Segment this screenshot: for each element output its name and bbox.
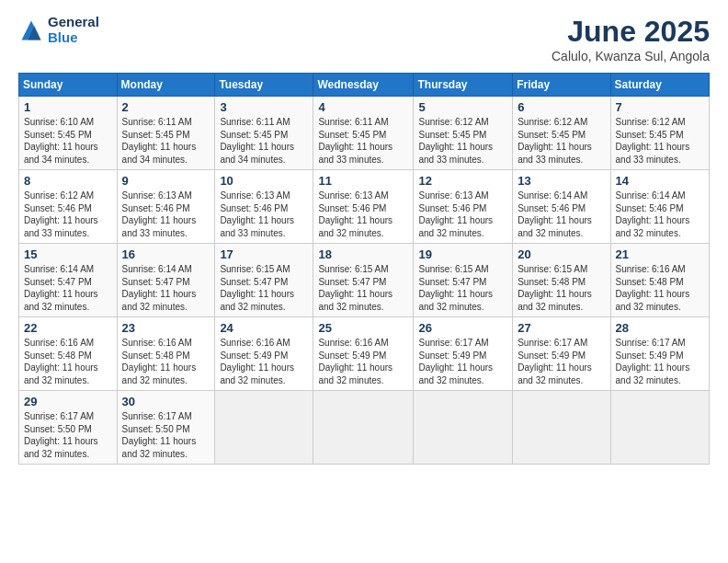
table-row: 25Sunrise: 6:16 AM Sunset: 5:49 PM Dayli… (313, 317, 414, 391)
day-info: Sunrise: 6:10 AM Sunset: 5:45 PM Dayligh… (24, 116, 112, 166)
logo-text: General Blue (48, 15, 99, 45)
page: General Blue June 2025 Calulo, Kwanza Su… (0, 0, 728, 563)
col-monday: Monday (117, 74, 215, 97)
day-info: Sunrise: 6:15 AM Sunset: 5:48 PM Dayligh… (518, 263, 605, 313)
day-number: 13 (518, 174, 605, 188)
table-row: 29Sunrise: 6:17 AM Sunset: 5:50 PM Dayli… (19, 391, 118, 465)
day-info: Sunrise: 6:14 AM Sunset: 5:46 PM Dayligh… (616, 190, 704, 239)
logo-icon (18, 17, 44, 43)
day-info: Sunrise: 6:11 AM Sunset: 5:45 PM Dayligh… (220, 116, 308, 166)
day-info: Sunrise: 6:12 AM Sunset: 5:45 PM Dayligh… (616, 116, 704, 166)
day-info: Sunrise: 6:12 AM Sunset: 5:46 PM Dayligh… (24, 190, 112, 239)
day-number: 21 (616, 247, 704, 261)
day-number: 2 (122, 100, 210, 114)
table-row: 20Sunrise: 6:15 AM Sunset: 5:48 PM Dayli… (513, 244, 610, 317)
header: General Blue June 2025 Calulo, Kwanza Su… (18, 15, 710, 63)
day-number: 24 (220, 321, 308, 335)
calendar-subtitle: Calulo, Kwanza Sul, Angola (552, 49, 710, 63)
calendar-title: June 2025 (552, 15, 710, 49)
col-saturday: Saturday (610, 74, 709, 97)
title-area: June 2025 Calulo, Kwanza Sul, Angola (552, 15, 710, 63)
day-info: Sunrise: 6:12 AM Sunset: 5:45 PM Dayligh… (518, 116, 605, 166)
day-number: 10 (220, 174, 308, 188)
day-number: 23 (122, 321, 210, 335)
day-info: Sunrise: 6:14 AM Sunset: 5:46 PM Dayligh… (518, 190, 605, 239)
table-row: 10Sunrise: 6:13 AM Sunset: 5:46 PM Dayli… (215, 170, 313, 244)
day-number: 6 (518, 100, 605, 114)
day-info: Sunrise: 6:17 AM Sunset: 5:50 PM Dayligh… (24, 410, 112, 460)
table-row: 2Sunrise: 6:11 AM Sunset: 5:45 PM Daylig… (117, 97, 215, 170)
day-info: Sunrise: 6:13 AM Sunset: 5:46 PM Dayligh… (318, 190, 408, 239)
calendar-week-3: 15Sunrise: 6:14 AM Sunset: 5:47 PM Dayli… (19, 244, 710, 317)
day-number: 15 (24, 247, 112, 261)
day-number: 4 (318, 100, 408, 114)
calendar-table: Sunday Monday Tuesday Wednesday Thursday… (18, 73, 710, 465)
table-row: 7Sunrise: 6:12 AM Sunset: 5:45 PM Daylig… (610, 97, 709, 170)
table-row: 4Sunrise: 6:11 AM Sunset: 5:45 PM Daylig… (313, 97, 414, 170)
day-info: Sunrise: 6:16 AM Sunset: 5:49 PM Dayligh… (318, 337, 408, 386)
day-number: 26 (418, 321, 507, 335)
day-info: Sunrise: 6:14 AM Sunset: 5:47 PM Dayligh… (122, 263, 210, 313)
day-number: 14 (616, 174, 704, 188)
day-number: 22 (24, 321, 112, 335)
day-info: Sunrise: 6:17 AM Sunset: 5:49 PM Dayligh… (418, 337, 507, 386)
table-row: 26Sunrise: 6:17 AM Sunset: 5:49 PM Dayli… (414, 317, 513, 391)
day-number: 3 (220, 100, 308, 114)
day-number: 27 (518, 321, 605, 335)
col-sunday: Sunday (19, 74, 118, 97)
table-row (313, 391, 414, 465)
day-info: Sunrise: 6:16 AM Sunset: 5:48 PM Dayligh… (122, 337, 210, 386)
day-number: 7 (616, 100, 704, 114)
table-row: 3Sunrise: 6:11 AM Sunset: 5:45 PM Daylig… (215, 97, 313, 170)
calendar-week-4: 22Sunrise: 6:16 AM Sunset: 5:48 PM Dayli… (19, 317, 710, 391)
table-row: 6Sunrise: 6:12 AM Sunset: 5:45 PM Daylig… (513, 97, 610, 170)
day-number: 29 (24, 395, 112, 408)
table-row: 19Sunrise: 6:15 AM Sunset: 5:47 PM Dayli… (414, 244, 513, 317)
table-row: 5Sunrise: 6:12 AM Sunset: 5:45 PM Daylig… (414, 97, 513, 170)
table-row: 1Sunrise: 6:10 AM Sunset: 5:45 PM Daylig… (19, 97, 118, 170)
day-info: Sunrise: 6:17 AM Sunset: 5:50 PM Dayligh… (122, 410, 210, 460)
day-info: Sunrise: 6:15 AM Sunset: 5:47 PM Dayligh… (318, 263, 408, 313)
day-number: 11 (318, 174, 408, 188)
day-info: Sunrise: 6:17 AM Sunset: 5:49 PM Dayligh… (616, 337, 704, 386)
table-row: 16Sunrise: 6:14 AM Sunset: 5:47 PM Dayli… (117, 244, 215, 317)
table-row: 11Sunrise: 6:13 AM Sunset: 5:46 PM Dayli… (313, 170, 414, 244)
table-row: 8Sunrise: 6:12 AM Sunset: 5:46 PM Daylig… (19, 170, 118, 244)
day-number: 1 (24, 100, 112, 114)
table-row: 24Sunrise: 6:16 AM Sunset: 5:49 PM Dayli… (215, 317, 313, 391)
table-row: 28Sunrise: 6:17 AM Sunset: 5:49 PM Dayli… (610, 317, 709, 391)
col-wednesday: Wednesday (313, 74, 414, 97)
day-info: Sunrise: 6:14 AM Sunset: 5:47 PM Dayligh… (24, 263, 112, 313)
table-row: 22Sunrise: 6:16 AM Sunset: 5:48 PM Dayli… (19, 317, 118, 391)
day-info: Sunrise: 6:11 AM Sunset: 5:45 PM Dayligh… (318, 116, 408, 166)
day-info: Sunrise: 6:15 AM Sunset: 5:47 PM Dayligh… (220, 263, 308, 313)
day-number: 8 (24, 174, 112, 188)
day-info: Sunrise: 6:16 AM Sunset: 5:49 PM Dayligh… (220, 337, 308, 386)
table-row: 21Sunrise: 6:16 AM Sunset: 5:48 PM Dayli… (610, 244, 709, 317)
table-row (610, 391, 709, 465)
col-friday: Friday (513, 74, 610, 97)
day-info: Sunrise: 6:16 AM Sunset: 5:48 PM Dayligh… (24, 337, 112, 386)
table-row: 14Sunrise: 6:14 AM Sunset: 5:46 PM Dayli… (610, 170, 709, 244)
table-row (215, 391, 313, 465)
table-row: 30Sunrise: 6:17 AM Sunset: 5:50 PM Dayli… (117, 391, 215, 465)
day-info: Sunrise: 6:11 AM Sunset: 5:45 PM Dayligh… (122, 116, 210, 166)
table-row: 12Sunrise: 6:13 AM Sunset: 5:46 PM Dayli… (414, 170, 513, 244)
day-info: Sunrise: 6:17 AM Sunset: 5:49 PM Dayligh… (518, 337, 605, 386)
col-tuesday: Tuesday (215, 74, 313, 97)
table-row: 23Sunrise: 6:16 AM Sunset: 5:48 PM Dayli… (117, 317, 215, 391)
day-info: Sunrise: 6:16 AM Sunset: 5:48 PM Dayligh… (616, 263, 704, 313)
day-info: Sunrise: 6:12 AM Sunset: 5:45 PM Dayligh… (418, 116, 507, 166)
calendar-week-2: 8Sunrise: 6:12 AM Sunset: 5:46 PM Daylig… (19, 170, 710, 244)
day-number: 12 (418, 174, 507, 188)
day-info: Sunrise: 6:15 AM Sunset: 5:47 PM Dayligh… (418, 263, 507, 313)
table-row: 18Sunrise: 6:15 AM Sunset: 5:47 PM Dayli… (313, 244, 414, 317)
day-info: Sunrise: 6:13 AM Sunset: 5:46 PM Dayligh… (418, 190, 507, 239)
day-number: 28 (616, 321, 704, 335)
day-info: Sunrise: 6:13 AM Sunset: 5:46 PM Dayligh… (122, 190, 210, 239)
table-row (414, 391, 513, 465)
day-number: 5 (418, 100, 507, 114)
day-number: 20 (518, 247, 605, 261)
day-number: 25 (318, 321, 408, 335)
calendar-week-5: 29Sunrise: 6:17 AM Sunset: 5:50 PM Dayli… (19, 391, 710, 465)
